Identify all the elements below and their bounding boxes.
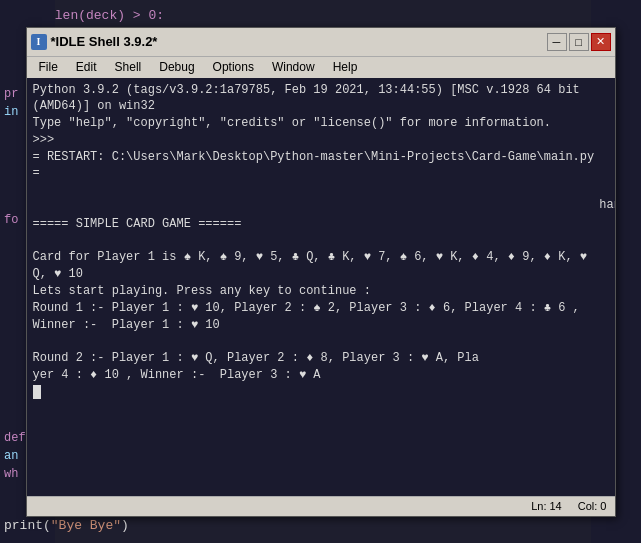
- shell-prompt: >>>: [33, 133, 62, 147]
- window-controls: ─ □ ✕: [547, 33, 611, 51]
- shell-cursor-line: [33, 385, 41, 399]
- title-bar: I *IDLE Shell 3.9.2* ─ □ ✕: [27, 28, 615, 56]
- menu-debug[interactable]: Debug: [151, 58, 202, 76]
- shell-press-key: Lets start playing. Press any key to con…: [33, 284, 371, 298]
- bottom-code: print("Bye Bye"): [4, 518, 129, 533]
- status-line: Ln: 14: [531, 500, 562, 512]
- status-col: Col: 0: [578, 500, 607, 512]
- shell-round2: Round 2 :- Player 1 : ♥ Q, Player 2 : ♦ …: [33, 351, 479, 382]
- close-button[interactable]: ✕: [591, 33, 611, 51]
- menu-file[interactable]: File: [31, 58, 66, 76]
- menu-options[interactable]: Options: [205, 58, 262, 76]
- menu-help[interactable]: Help: [325, 58, 366, 76]
- window-title: *IDLE Shell 3.9.2*: [51, 34, 158, 49]
- menu-bar: File Edit Shell Debug Options Window Hel…: [27, 56, 615, 78]
- shell-card-deal: Card for Player 1 is ♠ K, ♠ 9, ♥ 5, ♣ Q,…: [33, 250, 595, 281]
- right-peek-text: hand.g: [599, 198, 614, 212]
- maximize-button[interactable]: □: [569, 33, 589, 51]
- minimize-button[interactable]: ─: [547, 33, 567, 51]
- shell-restart: = RESTART: C:\Users\Mark\Desktop\Python-…: [33, 150, 602, 181]
- shell-game-title: ===== SIMPLE CARD GAME ======: [33, 217, 242, 231]
- cursor: [33, 385, 41, 399]
- shell-line-1: Python 3.9.2 (tags/v3.9.2:1a79785, Feb 1…: [33, 83, 588, 131]
- status-bar: Ln: 14 Col: 0: [27, 496, 615, 516]
- menu-shell[interactable]: Shell: [107, 58, 150, 76]
- app-icon: I: [31, 34, 47, 50]
- shell-round1: Round 1 :- Player 1 : ♥ 10, Player 2 : ♠…: [33, 301, 588, 332]
- shell-output[interactable]: Python 3.9.2 (tags/v3.9.2:1a79785, Feb 1…: [27, 78, 615, 496]
- menu-edit[interactable]: Edit: [68, 58, 105, 76]
- shell-area[interactable]: Python 3.9.2 (tags/v3.9.2:1a79785, Feb 1…: [27, 78, 615, 496]
- menu-window[interactable]: Window: [264, 58, 323, 76]
